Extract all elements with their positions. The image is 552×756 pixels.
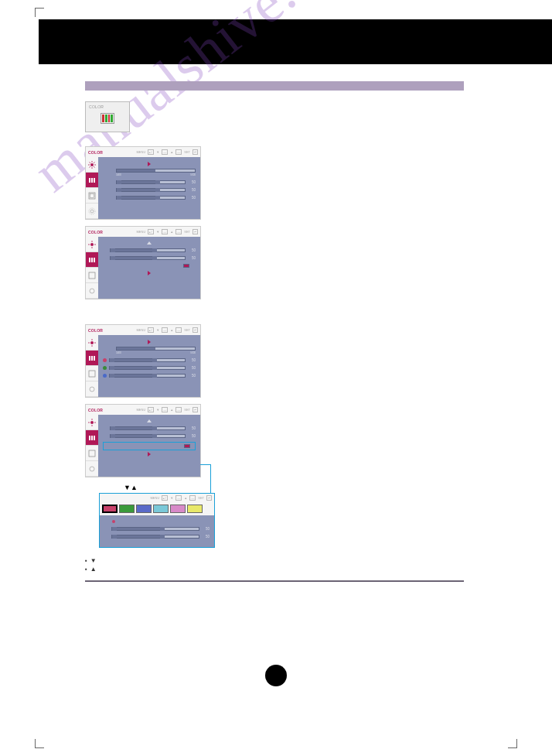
color-tab-cyan[interactable] (153, 505, 169, 513)
svg-point-35 (90, 387, 94, 392)
red-slider[interactable] (109, 358, 186, 362)
color-tab[interactable] (86, 252, 98, 268)
page-content: COLOR COLOR MENU⮐ ▼— ▲— SET↵ (85, 81, 464, 582)
red-dot-icon (103, 358, 107, 362)
saturation-slider[interactable] (111, 535, 199, 539)
slider[interactable] (110, 434, 186, 438)
slider[interactable] (110, 426, 186, 430)
brightness-tab[interactable] (86, 415, 98, 430)
panel-hints: MENU⮐ ▼— ▲— SET↵ (137, 149, 199, 155)
six-color-icon (184, 444, 190, 448)
arrow-right-icon (148, 340, 151, 344)
svg-point-16 (90, 243, 94, 246)
color-tab-red[interactable] (102, 505, 118, 513)
panel-title: COLOR (88, 150, 103, 155)
notes: ▪▼ ▪▲ (85, 557, 464, 573)
settings-tab[interactable] (86, 461, 98, 477)
bars-icon (101, 113, 114, 124)
brightness-tab[interactable] (86, 157, 98, 173)
arrow-right-icon (148, 452, 151, 457)
panel-sidebar (86, 157, 98, 219)
color-tab[interactable] (86, 173, 98, 188)
color-tab[interactable] (86, 430, 98, 446)
svg-rect-21 (89, 258, 90, 262)
brightness-tab[interactable] (86, 237, 98, 252)
slider[interactable] (116, 196, 186, 200)
color-category-icon: COLOR (85, 101, 130, 132)
color-icon-label: COLOR (89, 104, 126, 109)
color-tab-yellow[interactable] (187, 505, 203, 513)
dot-icon (103, 188, 107, 192)
osd-panel-4: COLOR MENU⮐▼—▲—SET↵ 50 50 (85, 404, 201, 477)
svg-rect-41 (89, 436, 90, 440)
dot-icon (103, 196, 107, 200)
slider[interactable] (116, 188, 186, 192)
svg-rect-23 (94, 258, 95, 262)
six-color-tabs (100, 502, 214, 515)
green-slider[interactable] (109, 366, 186, 370)
svg-rect-13 (90, 193, 94, 197)
svg-point-36 (90, 421, 94, 424)
arrow-up-icon (147, 419, 152, 422)
panel-title: COLOR (88, 408, 103, 412)
svg-line-6 (94, 166, 95, 168)
display-tab[interactable] (86, 188, 98, 204)
svg-rect-42 (91, 436, 93, 440)
section-bar (85, 81, 464, 91)
bullet-icon: ▪ (85, 557, 87, 564)
svg-point-45 (90, 467, 94, 471)
settings-tab[interactable] (86, 204, 98, 219)
svg-rect-43 (94, 436, 95, 440)
color-tab-blue[interactable] (136, 505, 152, 513)
svg-line-7 (90, 166, 91, 168)
svg-rect-11 (94, 178, 95, 183)
svg-line-5 (90, 162, 91, 163)
color-tab-green[interactable] (119, 505, 135, 513)
slider[interactable] (116, 180, 186, 184)
svg-rect-33 (94, 356, 95, 361)
bullet-icon: ▪ (85, 566, 87, 573)
osd-panel-six-color: MENU⮐▼—▲—SET↵ 50 50 (99, 493, 215, 548)
svg-rect-34 (89, 371, 95, 377)
svg-rect-10 (91, 178, 93, 183)
svg-rect-12 (89, 193, 95, 199)
dot-icon (103, 180, 107, 184)
slider[interactable] (110, 248, 186, 252)
svg-rect-22 (91, 258, 93, 262)
osd-panel-2: COLOR MENU⮐▼—▲—SET↵ 50 50 (85, 226, 201, 299)
svg-rect-24 (89, 272, 95, 279)
arrow-up-icon (147, 241, 152, 245)
arrow-right-icon (148, 162, 151, 166)
svg-point-0 (90, 163, 94, 166)
display-tab[interactable] (86, 268, 98, 283)
color-tab-magenta[interactable] (170, 505, 186, 513)
arrows-label: ▼▲ (124, 484, 464, 491)
arrow-right-icon (148, 271, 151, 275)
svg-rect-31 (89, 356, 90, 361)
slider[interactable] (110, 256, 186, 260)
svg-point-25 (90, 289, 94, 293)
panel-title: COLOR (88, 230, 103, 234)
six-color-highlight (103, 442, 196, 450)
svg-line-8 (94, 162, 95, 163)
settings-tab[interactable] (86, 381, 98, 397)
blue-slider[interactable] (109, 374, 186, 378)
svg-rect-44 (89, 450, 95, 457)
svg-point-26 (90, 341, 94, 344)
settings-tab[interactable] (86, 283, 98, 299)
color-tab[interactable] (86, 351, 98, 366)
display-tab[interactable] (86, 446, 98, 461)
green-dot-icon (103, 366, 107, 370)
six-color-icon (183, 264, 189, 268)
hue-slider[interactable] (111, 527, 199, 531)
svg-rect-32 (91, 356, 93, 361)
osd-panel-3: COLOR MENU⮐▼—▲—SET↵ 54009300 50 50 50 (85, 324, 201, 398)
display-tab[interactable] (86, 366, 98, 381)
panel-title: COLOR (88, 328, 103, 333)
blue-dot-icon (103, 374, 107, 378)
svg-rect-9 (89, 178, 90, 183)
osd-panel-1: COLOR MENU⮐ ▼— ▲— SET↵ (85, 146, 201, 220)
selected-color-dot (112, 520, 115, 523)
brightness-tab[interactable] (86, 335, 98, 351)
page-number-dot (265, 665, 287, 686)
